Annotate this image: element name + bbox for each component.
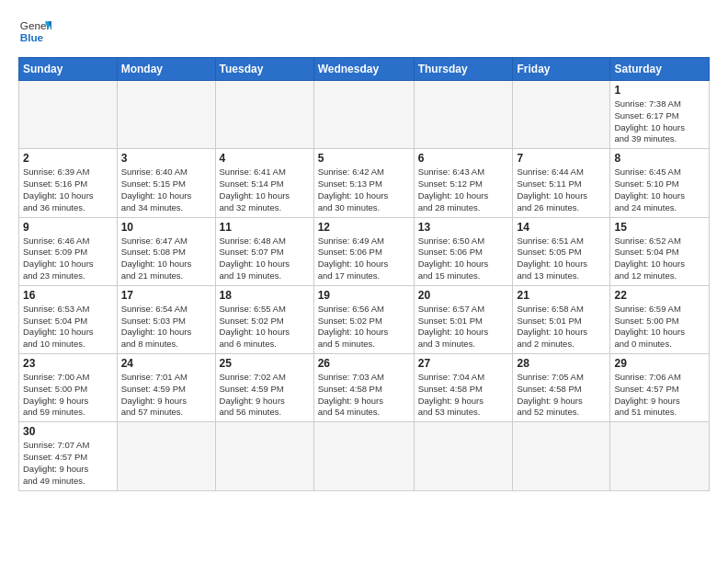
day-info: Sunrise: 6:40 AM Sunset: 5:15 PM Dayligh… (121, 167, 211, 213)
calendar-day-cell: 13Sunrise: 6:50 AM Sunset: 5:06 PM Dayli… (414, 217, 513, 285)
day-number: 21 (517, 289, 606, 302)
calendar-day-cell: 27Sunrise: 7:04 AM Sunset: 4:58 PM Dayli… (414, 354, 513, 422)
day-info: Sunrise: 6:43 AM Sunset: 5:12 PM Dayligh… (418, 167, 509, 213)
calendar-day-cell: 25Sunrise: 7:02 AM Sunset: 4:59 PM Dayli… (215, 354, 313, 422)
day-info: Sunrise: 6:57 AM Sunset: 5:01 PM Dayligh… (418, 304, 509, 350)
calendar-day-cell (215, 422, 313, 490)
calendar-day-cell (610, 422, 710, 490)
day-info: Sunrise: 6:42 AM Sunset: 5:13 PM Dayligh… (318, 167, 410, 213)
day-info: Sunrise: 7:04 AM Sunset: 4:58 PM Dayligh… (418, 372, 509, 419)
calendar-week-row: 23Sunrise: 7:00 AM Sunset: 5:00 PM Dayli… (19, 354, 710, 422)
day-info: Sunrise: 6:59 AM Sunset: 5:00 PM Dayligh… (614, 304, 705, 350)
calendar-day-cell: 4Sunrise: 6:41 AM Sunset: 5:14 PM Daylig… (215, 149, 313, 217)
calendar-day-cell (117, 422, 215, 490)
day-number: 27 (418, 357, 509, 370)
calendar-day-cell: 11Sunrise: 6:48 AM Sunset: 5:07 PM Dayli… (215, 217, 313, 285)
day-number: 3 (121, 152, 211, 165)
calendar-page: General Blue Sunday Monday Tuesday Wedne… (0, 0, 728, 563)
day-number: 6 (418, 152, 509, 165)
day-info: Sunrise: 7:01 AM Sunset: 4:59 PM Dayligh… (121, 372, 211, 419)
calendar-day-cell: 29Sunrise: 7:06 AM Sunset: 4:57 PM Dayli… (610, 354, 710, 422)
day-number: 15 (614, 221, 705, 234)
day-info: Sunrise: 6:51 AM Sunset: 5:05 PM Dayligh… (517, 236, 606, 282)
day-number: 29 (614, 357, 705, 370)
calendar-day-cell (414, 81, 513, 149)
day-number: 12 (318, 221, 410, 234)
calendar-week-row: 9Sunrise: 6:46 AM Sunset: 5:09 PM Daylig… (19, 217, 710, 285)
day-info: Sunrise: 6:44 AM Sunset: 5:11 PM Dayligh… (517, 167, 606, 213)
calendar-day-cell (513, 422, 610, 490)
day-info: Sunrise: 6:49 AM Sunset: 5:06 PM Dayligh… (318, 236, 410, 282)
day-info: Sunrise: 7:06 AM Sunset: 4:57 PM Dayligh… (614, 372, 705, 419)
calendar-day-cell: 14Sunrise: 6:51 AM Sunset: 5:05 PM Dayli… (513, 217, 610, 285)
calendar-day-cell: 6Sunrise: 6:43 AM Sunset: 5:12 PM Daylig… (414, 149, 513, 217)
calendar-day-cell: 18Sunrise: 6:55 AM Sunset: 5:02 PM Dayli… (215, 285, 313, 353)
generalblue-logo-icon: General Blue (18, 15, 51, 48)
calendar-week-row: 16Sunrise: 6:53 AM Sunset: 5:04 PM Dayli… (19, 285, 710, 353)
calendar-day-cell (19, 81, 118, 149)
day-number: 19 (318, 289, 410, 302)
calendar-day-cell: 3Sunrise: 6:40 AM Sunset: 5:15 PM Daylig… (117, 149, 215, 217)
calendar-day-cell: 28Sunrise: 7:05 AM Sunset: 4:58 PM Dayli… (513, 354, 610, 422)
day-number: 9 (23, 221, 113, 234)
day-number: 28 (517, 357, 606, 370)
calendar-day-cell (313, 422, 414, 490)
day-number: 7 (517, 152, 606, 165)
calendar-day-cell: 8Sunrise: 6:45 AM Sunset: 5:10 PM Daylig… (610, 149, 710, 217)
calendar-day-cell: 16Sunrise: 6:53 AM Sunset: 5:04 PM Dayli… (19, 285, 118, 353)
day-number: 20 (418, 289, 509, 302)
day-number: 22 (614, 289, 705, 302)
day-info: Sunrise: 6:46 AM Sunset: 5:09 PM Dayligh… (23, 236, 113, 282)
calendar-day-cell: 9Sunrise: 6:46 AM Sunset: 5:09 PM Daylig… (19, 217, 118, 285)
day-number: 5 (318, 152, 410, 165)
col-wednesday: Wednesday (313, 58, 414, 81)
day-info: Sunrise: 6:47 AM Sunset: 5:08 PM Dayligh… (121, 236, 211, 282)
day-info: Sunrise: 7:05 AM Sunset: 4:58 PM Dayligh… (517, 372, 606, 419)
day-number: 1 (614, 84, 705, 97)
calendar-day-cell: 30Sunrise: 7:07 AM Sunset: 4:57 PM Dayli… (19, 422, 118, 490)
calendar-day-cell (414, 422, 513, 490)
calendar-day-cell: 17Sunrise: 6:54 AM Sunset: 5:03 PM Dayli… (117, 285, 215, 353)
calendar-day-cell: 23Sunrise: 7:00 AM Sunset: 5:00 PM Dayli… (19, 354, 118, 422)
calendar-day-cell: 22Sunrise: 6:59 AM Sunset: 5:00 PM Dayli… (610, 285, 710, 353)
page-header: General Blue (18, 15, 710, 48)
col-sunday: Sunday (19, 58, 118, 81)
calendar-day-cell: 20Sunrise: 6:57 AM Sunset: 5:01 PM Dayli… (414, 285, 513, 353)
day-info: Sunrise: 6:53 AM Sunset: 5:04 PM Dayligh… (23, 304, 113, 350)
calendar-week-row: 1Sunrise: 7:38 AM Sunset: 6:17 PM Daylig… (19, 81, 710, 149)
calendar-day-cell: 15Sunrise: 6:52 AM Sunset: 5:04 PM Dayli… (610, 217, 710, 285)
day-info: Sunrise: 7:38 AM Sunset: 6:17 PM Dayligh… (614, 98, 705, 145)
calendar-week-row: 2Sunrise: 6:39 AM Sunset: 5:16 PM Daylig… (19, 149, 710, 217)
day-info: Sunrise: 7:00 AM Sunset: 5:00 PM Dayligh… (23, 372, 113, 419)
calendar-day-cell (313, 81, 414, 149)
day-number: 18 (220, 289, 310, 302)
calendar-day-cell: 19Sunrise: 6:56 AM Sunset: 5:02 PM Dayli… (313, 285, 414, 353)
day-info: Sunrise: 7:07 AM Sunset: 4:57 PM Dayligh… (23, 440, 113, 487)
calendar-day-cell: 24Sunrise: 7:01 AM Sunset: 4:59 PM Dayli… (117, 354, 215, 422)
day-number: 16 (23, 289, 113, 302)
day-info: Sunrise: 6:58 AM Sunset: 5:01 PM Dayligh… (517, 304, 606, 350)
day-info: Sunrise: 6:45 AM Sunset: 5:10 PM Dayligh… (614, 167, 705, 213)
day-number: 10 (121, 221, 211, 234)
day-info: Sunrise: 6:41 AM Sunset: 5:14 PM Dayligh… (220, 167, 310, 213)
calendar-header-row: Sunday Monday Tuesday Wednesday Thursday… (19, 58, 710, 81)
day-info: Sunrise: 7:02 AM Sunset: 4:59 PM Dayligh… (220, 372, 310, 419)
svg-text:Blue: Blue (20, 31, 44, 43)
calendar-day-cell: 10Sunrise: 6:47 AM Sunset: 5:08 PM Dayli… (117, 217, 215, 285)
day-number: 13 (418, 221, 509, 234)
day-info: Sunrise: 7:03 AM Sunset: 4:58 PM Dayligh… (318, 372, 410, 419)
calendar-table: Sunday Monday Tuesday Wednesday Thursday… (18, 57, 710, 491)
col-saturday: Saturday (610, 58, 710, 81)
day-number: 2 (23, 152, 113, 165)
day-number: 14 (517, 221, 606, 234)
col-thursday: Thursday (414, 58, 513, 81)
day-info: Sunrise: 6:54 AM Sunset: 5:03 PM Dayligh… (121, 304, 211, 350)
calendar-day-cell: 12Sunrise: 6:49 AM Sunset: 5:06 PM Dayli… (313, 217, 414, 285)
logo: General Blue (18, 15, 51, 48)
day-number: 26 (318, 357, 410, 370)
calendar-day-cell: 26Sunrise: 7:03 AM Sunset: 4:58 PM Dayli… (313, 354, 414, 422)
day-number: 11 (220, 221, 310, 234)
col-monday: Monday (117, 58, 215, 81)
calendar-day-cell: 2Sunrise: 6:39 AM Sunset: 5:16 PM Daylig… (19, 149, 118, 217)
day-info: Sunrise: 6:39 AM Sunset: 5:16 PM Dayligh… (23, 167, 113, 213)
